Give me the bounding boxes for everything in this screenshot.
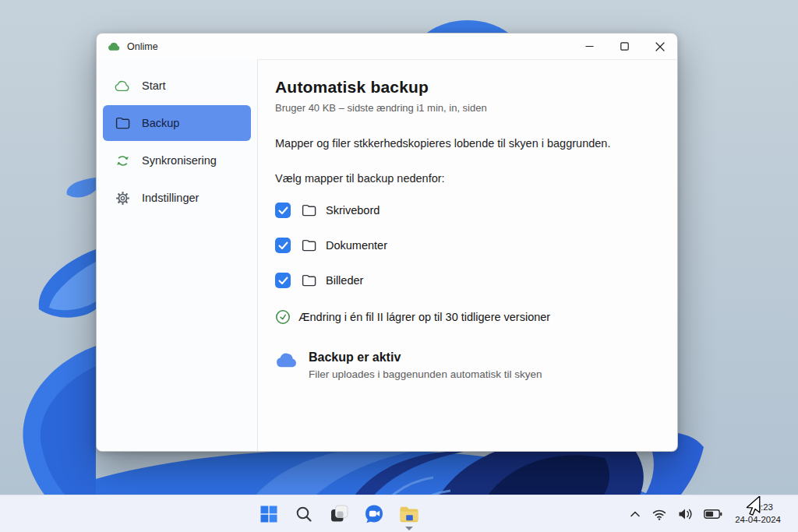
- checkbox-checked[interactable]: [275, 273, 291, 288]
- windows-logo-icon: [260, 506, 277, 523]
- titlebar: Onlime: [97, 33, 677, 59]
- taskbar: 10:23 24-04-2024: [0, 495, 798, 532]
- checkbox-checked[interactable]: [275, 203, 291, 218]
- system-tray: 10:23 24-04-2024: [629, 495, 798, 532]
- file-explorer-icon: [399, 505, 420, 523]
- sidebar-item-backup[interactable]: Backup: [103, 105, 251, 141]
- clock-icon: [275, 309, 291, 325]
- folder-list: Skrivebord Dokumenter: [275, 202, 659, 289]
- maximize-button[interactable]: [607, 33, 642, 59]
- mouse-cursor: [745, 496, 762, 516]
- app-window: Onlime: [96, 33, 678, 452]
- version-history-note: Ændring i én fil II lágrer op til 30 tid…: [275, 309, 659, 325]
- task-view-button[interactable]: [328, 502, 350, 526]
- usage-summary: Bruger 40 KB – sidste ændring i1 min, in…: [275, 102, 659, 114]
- page-title: Automatisk backup: [275, 78, 659, 97]
- status-title: Backup er aktiv: [309, 351, 542, 365]
- folder-row-billeder[interactable]: Billeder: [275, 272, 659, 289]
- desktop: { "window": { "title": "Onlime", "contro…: [0, 0, 798, 532]
- folder-icon: [115, 115, 130, 131]
- volume-icon[interactable]: [677, 507, 694, 521]
- cloud-filled-icon: [275, 350, 298, 368]
- wifi-icon[interactable]: [651, 507, 667, 521]
- file-explorer-button[interactable]: [398, 502, 420, 526]
- gear-icon: [115, 190, 130, 206]
- sidebar-item-label: Start: [142, 79, 166, 92]
- sidebar-item-start[interactable]: Start: [103, 68, 251, 104]
- sync-icon: [115, 153, 130, 168]
- sidebar-item-label: Synkronisering: [142, 154, 217, 167]
- folder-icon: [302, 274, 316, 287]
- sidebar: Start Backup: [97, 59, 258, 451]
- running-app-indicator: [405, 527, 413, 530]
- close-button[interactable]: [642, 33, 677, 59]
- cloud-outline-icon: [115, 78, 130, 93]
- search-button[interactable]: [293, 502, 315, 526]
- checkbox-checked[interactable]: [275, 238, 291, 253]
- sidebar-item-label: Indstillinger: [142, 192, 199, 204]
- folder-label: Dokumenter: [326, 239, 387, 252]
- sidebar-item-synkronisering[interactable]: Synkronisering: [103, 143, 251, 178]
- backup-description: Mapper og filer stkkerhedskopieres loben…: [275, 137, 659, 150]
- folder-row-skrivebord[interactable]: Skrivebord: [275, 202, 659, 219]
- app-title: Onlime: [127, 41, 158, 52]
- window-controls: [572, 33, 677, 59]
- minimize-button[interactable]: [572, 33, 607, 59]
- status-subtitle: Filer uploades i baggenunden automatisk …: [309, 368, 542, 380]
- sidebar-item-label: Backup: [142, 117, 179, 129]
- start-button[interactable]: [258, 502, 280, 526]
- taskbar-app-icons: [258, 495, 420, 532]
- backup-status: Backup er aktiv Filer uploades i baggenu…: [275, 350, 659, 380]
- chat-button[interactable]: [363, 502, 385, 526]
- app-logo-cloud-icon: [108, 41, 121, 51]
- window-body: Start Backup: [97, 59, 677, 451]
- task-view-icon: [330, 504, 349, 523]
- folder-label: Billeder: [326, 274, 363, 287]
- tray-chevron-up-icon[interactable]: [629, 508, 641, 520]
- search-icon: [295, 506, 312, 523]
- backup-settings-panel: Automatisk backup Bruger 40 KB – sidste …: [258, 59, 677, 451]
- sidebar-item-indstillinger[interactable]: Indstillinger: [103, 180, 251, 216]
- chat-icon: [364, 504, 384, 524]
- folder-label: Skrivebord: [326, 204, 380, 217]
- select-folders-label: Vælg mapper til backup nedenfor:: [275, 172, 659, 185]
- folder-icon: [302, 204, 316, 217]
- folder-row-dokumenter[interactable]: Dokumenter: [275, 237, 659, 254]
- version-history-text: Ændring i én fil II lágrer op til 30 tid…: [298, 311, 550, 323]
- folder-icon: [302, 239, 316, 252]
- battery-icon[interactable]: [704, 509, 722, 520]
